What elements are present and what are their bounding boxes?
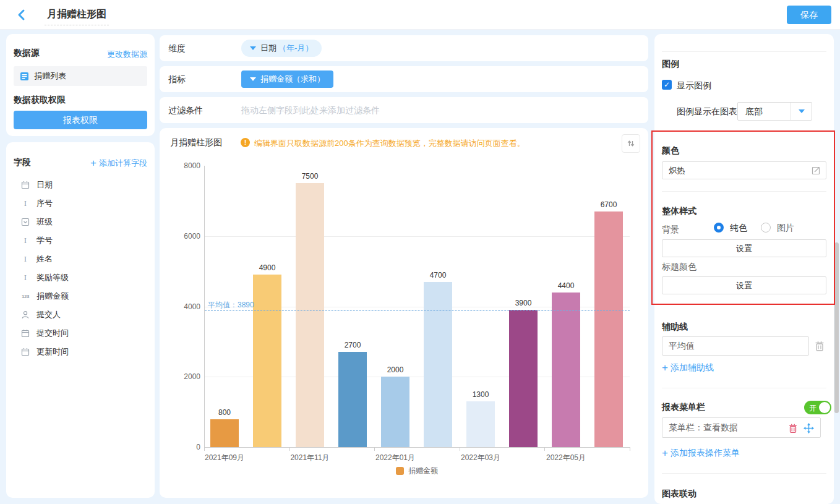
warning-text: 编辑界面只取数据源前200条作为查询数据预览，完整数据请访问页面查看。 xyxy=(254,138,525,149)
report-permission-button[interactable]: 报表权限 xyxy=(14,111,147,129)
dimension-label: 维度 xyxy=(168,35,186,61)
background-set-button[interactable]: 设置 xyxy=(662,239,826,257)
delete-icon[interactable] xyxy=(788,423,798,434)
add-menu-label: 添加报表操作菜单 xyxy=(671,448,740,458)
field-item[interactable]: 日期 xyxy=(6,176,155,194)
field-item[interactable]: I奖励等级 xyxy=(6,268,155,287)
bar[interactable] xyxy=(253,275,281,447)
edit-icon[interactable] xyxy=(812,166,821,175)
color-theme-value: 炽热 xyxy=(669,165,685,176)
bar-value-label: 4700 xyxy=(430,271,447,280)
field-item[interactable]: 更新时间 xyxy=(6,343,155,361)
filter-label: 过滤条件 xyxy=(168,97,203,123)
person-icon xyxy=(20,310,31,319)
bar[interactable] xyxy=(424,282,452,447)
field-item[interactable]: I姓名 xyxy=(6,250,155,268)
reference-line-label: 平均值：3890 xyxy=(208,300,254,310)
legend-label: 捐赠金额 xyxy=(408,466,438,476)
add-refline-link[interactable]: +添加辅助线 xyxy=(662,362,714,374)
x-axis-label: 2022年01月 xyxy=(375,453,415,463)
bar[interactable] xyxy=(466,401,495,447)
bar[interactable] xyxy=(509,310,538,447)
datasource-item[interactable]: 捐赠列表 xyxy=(14,66,147,86)
dimension-chip[interactable]: 日期 （年-月） xyxy=(241,40,322,57)
bar-value-label: 2000 xyxy=(387,365,404,374)
metric-label: 指标 xyxy=(168,66,186,92)
scrollbar-thumb[interactable] xyxy=(834,242,839,413)
add-calc-field-link[interactable]: +添加计算字段 xyxy=(90,157,147,169)
back-icon[interactable] xyxy=(15,8,28,22)
field-item[interactable]: 123捐赠金额 xyxy=(6,287,155,305)
field-item[interactable]: 提交时间 xyxy=(6,324,155,343)
save-button[interactable]: 保存 xyxy=(787,6,831,24)
radio-selected-icon xyxy=(714,223,724,233)
bar[interactable] xyxy=(594,211,623,447)
bar-value-label: 2700 xyxy=(345,341,361,349)
refline-item-input[interactable]: 平均值 xyxy=(662,336,809,356)
add-refline-label: 添加辅助线 xyxy=(671,362,714,372)
metric-chip[interactable]: 捐赠金额（求和） xyxy=(241,70,333,88)
bar[interactable] xyxy=(210,419,239,448)
field-item[interactable]: 班级 xyxy=(6,213,155,231)
style-section-heading: 整体样式 xyxy=(662,206,696,217)
y-axis xyxy=(204,166,205,447)
legend-section-heading: 图例 xyxy=(662,59,679,70)
move-icon[interactable] xyxy=(804,423,814,434)
menu-toggle-label: 开 xyxy=(809,403,816,414)
refline-item-value: 平均值 xyxy=(669,341,695,352)
menu-toggle[interactable]: 开 xyxy=(804,401,831,414)
field-item[interactable]: I学号 xyxy=(6,231,155,250)
x-axis-tick xyxy=(374,448,375,451)
field-item[interactable]: I序号 xyxy=(6,194,155,213)
bar-value-label: 4400 xyxy=(558,281,575,290)
divider xyxy=(662,191,826,192)
bar-value-label: 7500 xyxy=(302,172,319,181)
divider xyxy=(662,473,826,474)
x-axis-label: 2021年11月 xyxy=(290,453,329,463)
menu-item-row[interactable]: 菜单栏：查看数据 xyxy=(662,417,821,438)
sort-button[interactable] xyxy=(622,134,640,153)
legend-position-dropdown[interactable]: 底部 xyxy=(737,102,812,121)
datasource-heading: 数据源 xyxy=(14,48,40,59)
toggle-knob xyxy=(819,402,830,413)
x-axis-tick xyxy=(544,448,545,451)
show-legend-checkbox[interactable]: ✓ xyxy=(662,80,672,90)
field-item[interactable]: 提交人 xyxy=(6,305,155,324)
select-icon xyxy=(20,218,31,226)
warning-icon: ! xyxy=(241,138,250,147)
datasource-item-label: 捐赠列表 xyxy=(34,70,66,82)
metric-chip-label: 捐赠金额（求和） xyxy=(260,74,325,85)
bg-solid-radio[interactable]: 纯色 xyxy=(714,223,747,234)
data-permission-heading: 数据获取权限 xyxy=(14,95,66,106)
text-icon: I xyxy=(20,254,31,264)
filter-placeholder: 拖动左侧字段到此处来添加过滤条件 xyxy=(241,97,380,123)
reference-line xyxy=(205,310,630,311)
add-menu-link[interactable]: +添加报表操作菜单 xyxy=(662,447,740,459)
bar[interactable] xyxy=(338,352,367,447)
menu-item-label: 菜单栏：查看数据 xyxy=(669,422,738,434)
bar-value-label: 4900 xyxy=(259,263,276,272)
color-section-heading: 颜色 xyxy=(662,145,679,156)
x-axis-tick xyxy=(289,448,290,451)
chart-legend[interactable]: 捐赠金额 xyxy=(204,466,630,476)
filter-row[interactable]: 过滤条件 拖动左侧字段到此处来添加过滤条件 xyxy=(160,97,648,123)
bar[interactable] xyxy=(296,183,324,447)
field-label: 姓名 xyxy=(36,254,53,265)
add-calc-field-label: 添加计算字段 xyxy=(99,158,147,168)
title-color-set-button[interactable]: 设置 xyxy=(662,276,826,294)
chevron-down-icon xyxy=(250,46,256,50)
bar[interactable] xyxy=(381,377,409,447)
settings-panel: 图例 ✓ 显示图例 图例显示在图表 底部 颜色 炽热 整体样式 背景 纯色 图片… xyxy=(654,34,834,504)
bar[interactable] xyxy=(552,293,580,447)
legend-swatch-icon xyxy=(396,467,404,475)
change-datasource-link[interactable]: 更改数据源 xyxy=(107,49,147,60)
field-label: 序号 xyxy=(36,198,53,209)
metric-row: 指标 捐赠金额（求和） xyxy=(160,66,648,92)
trash-icon[interactable] xyxy=(814,340,825,352)
chart-card: 月捐赠柱形图 ! 编辑界面只取数据源前200条作为查询数据预览，完整数据请访问页… xyxy=(160,128,648,498)
bg-image-radio[interactable]: 图片 xyxy=(761,223,794,234)
plus-icon: + xyxy=(662,362,668,374)
plus-icon: + xyxy=(662,447,668,459)
x-axis xyxy=(204,447,630,448)
color-theme-input[interactable]: 炽热 xyxy=(662,161,826,179)
